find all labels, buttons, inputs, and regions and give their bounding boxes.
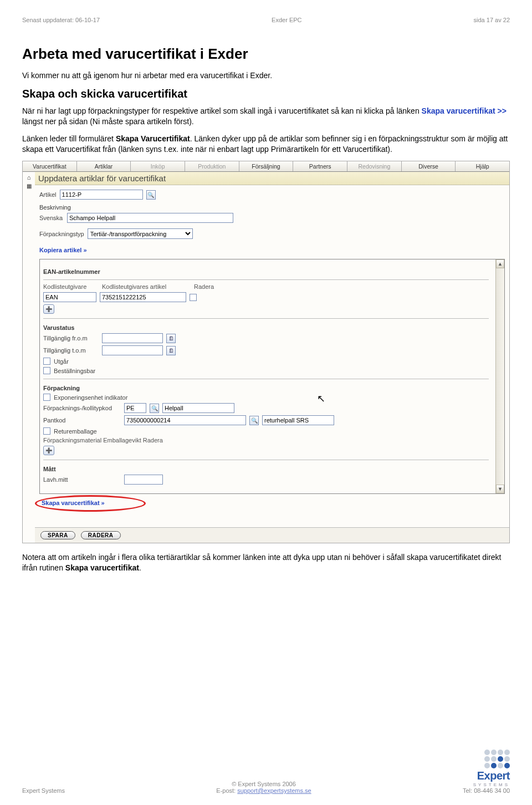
tillg-tom-label: Tillgänglig t.o.m [43, 347, 99, 354]
subframe: EAN-artikelnummer Kodlisteutgivare Kodli… [39, 259, 505, 494]
doc-footer: Expert Systems © Expert Systems 2006 E-p… [22, 750, 510, 794]
p3-bold: Skapa Varucertifikat [116, 134, 190, 143]
svenska-input[interactable] [67, 213, 233, 223]
tillg-from-label: Tillgänglig fr.o.m [43, 335, 99, 342]
kollitypkod-label: Förpacknings-/kollitypkod [43, 405, 121, 411]
footer-email-link[interactable]: support@expertsystems.se [237, 787, 311, 794]
scroll-down-icon[interactable]: ▼ [496, 485, 504, 493]
expert-logo: Expert SYSTEMS [463, 750, 510, 787]
lavhmitt-input[interactable] [124, 475, 163, 485]
doc-header: Senast uppdaterat: 06-10-17 Exder EPC si… [22, 17, 510, 23]
footer-right: Tel: 08-446 34 00 [463, 787, 510, 794]
ean-col2: Kodlisteutgivares artikel [102, 283, 191, 290]
lavhmitt-label: Lavh.mitt [43, 476, 121, 483]
ean-delete-checkbox[interactable] [190, 294, 197, 301]
header-center: Exder EPC [272, 17, 301, 23]
p3-text-a: Länken leder till formuläret [22, 134, 116, 143]
matt-header: Mått [43, 466, 501, 472]
ean-col3: Radera [194, 283, 214, 290]
paragraph-2: När ni har lagt upp förpackningstyper fö… [22, 106, 510, 127]
bestallningsbar-checkbox[interactable] [43, 367, 50, 374]
lookup-icon[interactable]: 🔍 [146, 190, 156, 200]
tillg-from-input[interactable] [102, 333, 163, 343]
artikel-input[interactable] [60, 190, 143, 200]
menu-hjalp[interactable]: Hjälp [456, 161, 509, 171]
p2-text-a: När ni har lagt upp förpackningstyper fö… [22, 106, 422, 115]
skapa-varucertifikat-form-link[interactable]: Skapa varucertifikat » [42, 500, 105, 506]
add-row-icon[interactable]: ➕ [43, 446, 54, 455]
utgar-checkbox[interactable] [43, 358, 50, 365]
ean-section-header: EAN-artikelnummer [43, 268, 501, 275]
exponeringsenhet-checkbox[interactable] [43, 394, 50, 401]
footer-email-label: E-post: [216, 787, 237, 794]
forpackningstyp-select[interactable]: Tertiär-/transportförpackning [88, 228, 193, 239]
menubar: Varucertifikat Artiklar Inköp Produktion… [23, 161, 509, 172]
scroll-up-icon[interactable]: ▲ [496, 259, 504, 268]
section-heading: Skapa och skicka varucertifikat [22, 88, 510, 100]
artikel-label: Artikel [39, 191, 57, 198]
header-left: Senast uppdaterat: 06-10-17 [22, 17, 100, 23]
logo-subtitle: SYSTEMS [473, 782, 510, 787]
footer-copyright: © Expert Systems 2006 [65, 781, 463, 787]
logo-word: Expert [477, 770, 510, 782]
menu-artiklar[interactable]: Artiklar [77, 161, 131, 171]
footer-left: Expert Systems [22, 787, 65, 794]
kopiera-artikel-link[interactable]: Kopiera artikel » [39, 247, 87, 253]
ean-value-input[interactable] [100, 292, 186, 302]
menu-varucertifikat[interactable]: Varucertifikat [23, 161, 77, 171]
skapa-varucertifikat-link: Skapa varucertifikat >> [422, 106, 507, 115]
menu-inkop: Inköp [131, 161, 185, 171]
paragraph-3: Länken leder till formuläret Skapa Varuc… [22, 134, 510, 155]
menu-partners[interactable]: Partners [293, 161, 347, 171]
form-title: Uppdatera artiklar för varucertifikat [35, 172, 509, 185]
intro-paragraph: Vi kommer nu att gå igenom hur ni arbeta… [22, 70, 510, 81]
kollitypkod-input[interactable] [124, 403, 146, 413]
menu-produktion: Produktion [185, 161, 239, 171]
forpackningstyp-label: Förpackningstyp [39, 231, 84, 237]
ean-col1: Kodlisteutgivare [43, 283, 99, 290]
save-button[interactable]: SPARA [40, 531, 75, 539]
page-title: Arbeta med varucertifikat i Exder [22, 45, 510, 63]
exponeringsenhet-label: Exponeringsenhet indikator [54, 394, 127, 401]
side-icon-column: ⌂ ▦ [23, 172, 35, 543]
utgar-label: Utgår [54, 358, 69, 365]
forpackning-header: Förpackning [43, 385, 501, 391]
scrollbar[interactable]: ▲ ▼ [495, 259, 504, 493]
returemballage-label: Returemballage [54, 428, 97, 435]
emballage-table-header: Förpackningsmaterial Emballagevikt Rader… [43, 437, 501, 444]
lookup-icon[interactable]: 🔍 [150, 404, 159, 413]
p2-text-b: längst ner på sidan (Ni måste spara arti… [22, 117, 194, 126]
add-row-icon[interactable]: ➕ [43, 304, 54, 314]
tillg-tom-input[interactable] [102, 345, 163, 355]
lookup-icon[interactable]: 🔍 [249, 416, 259, 425]
menu-redovisning: Redovisning [347, 161, 402, 171]
delete-button[interactable]: RADERA [81, 531, 121, 539]
varustatus-header: Varustatus [43, 324, 501, 331]
footnote: Notera att om artikeln ingår i flera oli… [22, 552, 510, 573]
kollitypkod-desc-input[interactable] [162, 403, 234, 413]
pantkod-desc-input[interactable] [262, 415, 334, 425]
app-window: Varucertifikat Artiklar Inköp Produktion… [22, 161, 510, 543]
svenska-label: Svenska [39, 215, 64, 221]
pantkod-label: Pantkod [43, 417, 121, 424]
beskrivning-label: Beskrivning [39, 204, 505, 211]
menu-diverse[interactable]: Diverse [402, 161, 456, 171]
footnote-b: Skapa varucertifikat [65, 563, 139, 572]
footnote-c: . [139, 563, 141, 572]
returemballage-checkbox[interactable] [43, 427, 50, 435]
header-right: sida 17 av 22 [474, 17, 510, 23]
home-icon[interactable]: ⌂ [27, 174, 31, 181]
pantkod-input[interactable] [124, 415, 246, 425]
menu-forsaljning[interactable]: Försäljning [239, 161, 294, 171]
button-bar: SPARA RADERA [35, 527, 509, 543]
bestallningsbar-label: Beställningsbar [54, 368, 95, 374]
calendar-icon[interactable]: 🗓 [166, 346, 176, 355]
calendar-icon[interactable]: 🗓 [166, 334, 176, 343]
mouse-cursor-icon: ↖ [317, 393, 325, 405]
grid-icon[interactable]: ▦ [27, 183, 32, 189]
ean-issuer-input[interactable] [43, 292, 96, 302]
